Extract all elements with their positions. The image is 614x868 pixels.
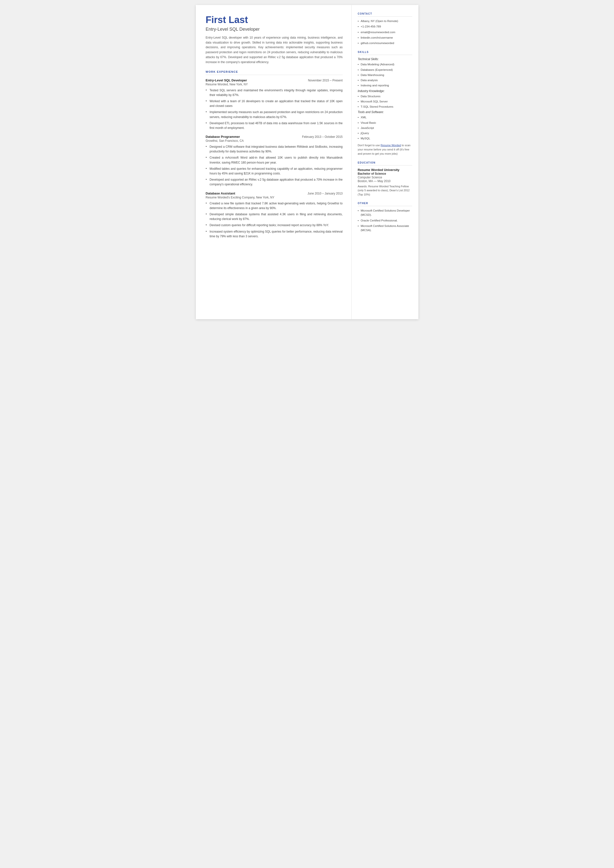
other-list: Microsoft Certified Solutions Developer … xyxy=(358,209,412,232)
contact-email: email@resumeworded.com xyxy=(358,30,412,34)
skill-1: Data Modeling (Advanced) xyxy=(358,62,412,67)
edu-degree: Bachelor of Science xyxy=(358,172,412,175)
skills-section: SKILLS Technical Skills: Data Modeling (… xyxy=(358,51,412,156)
promo-before: Don't forget to use xyxy=(358,144,381,147)
summary-text: Entry-Level SQL developer with 10 years … xyxy=(206,36,343,65)
tool-3: JavaScript xyxy=(358,126,412,130)
bullet-1-4: Developed ETL processes to load 46TB of … xyxy=(206,121,343,130)
tools-software-list: XML Visual Basic JavaScript jQuery MySQL xyxy=(358,115,412,141)
job-title: Entry-Level SQL Developer xyxy=(206,27,343,32)
right-column: CONTACT Albany, NY (Open to Remote) +1-2… xyxy=(352,5,419,319)
job-block-2: Database Programmer February 2013 – Octo… xyxy=(206,135,343,187)
tool-2: Visual Basic xyxy=(358,121,412,125)
industry-knowledge-list: Data Structures Microsoft SQL Server T-S… xyxy=(358,94,412,109)
job-position-3: Database Assistant xyxy=(206,191,235,195)
job-block-3: Database Assistant June 2010 – January 2… xyxy=(206,191,343,239)
bullet-3-2: Developed simple database systems that a… xyxy=(206,212,343,222)
edu-awards: Awards: Resume Worded Teaching Fellow (o… xyxy=(358,184,412,197)
skill-5: Indexing and reporting xyxy=(358,83,412,88)
skill-4: Data analysis xyxy=(358,78,412,82)
contact-section: CONTACT Albany, NY (Open to Remote) +1-2… xyxy=(358,12,412,45)
technical-skills-label: Technical Skills: xyxy=(358,57,412,61)
contact-github: github.com/resumeworded xyxy=(358,41,412,45)
edu-field: Computer Science xyxy=(358,175,412,179)
tool-4: jQuery xyxy=(358,131,412,135)
bullet-2-3: Modified tables and queries for enhanced… xyxy=(206,166,343,176)
contact-location: Albany, NY (Open to Remote) xyxy=(358,19,412,23)
promo-text: Don't forget to use Resume Worded to sca… xyxy=(358,143,412,156)
technical-skills-list: Data Modeling (Advanced) Databases (Expe… xyxy=(358,62,412,88)
bullet-3-3: Devised custom queries for difficult rep… xyxy=(206,223,343,228)
resume-container: First Last Entry-Level SQL Developer Ent… xyxy=(196,5,419,319)
skill-2: Databases (Experienced) xyxy=(358,68,412,72)
job-bullets-3: Created a new file system that tracked 7… xyxy=(206,201,343,239)
bullet-1-3: Implemented security measures such as pa… xyxy=(206,110,343,119)
contact-list: Albany, NY (Open to Remote) +1-234-456-7… xyxy=(358,19,412,45)
industry-3: T-SQL Stored Procedures xyxy=(358,105,412,109)
industry-knowledge-label: Industry Knowledge: xyxy=(358,89,412,93)
bullet-3-1: Created a new file system that tracked 7… xyxy=(206,201,343,211)
other-section: OTHER Microsoft Certified Solutions Deve… xyxy=(358,202,412,232)
work-experience-section-title: WORK EXPERIENCE xyxy=(206,70,343,75)
edu-institution: Resume Worded University xyxy=(358,168,412,172)
contact-linkedin: linkedin.com/in/username xyxy=(358,36,412,40)
bullet-1-2: Worked with a team of 16 developers to c… xyxy=(206,99,343,109)
industry-2: Microsoft SQL Server xyxy=(358,99,412,104)
job-block-1: Entry-Level SQL Developer November 2015 … xyxy=(206,78,343,130)
contact-phone: +1-234-456-789 xyxy=(358,25,412,29)
job-company-3: Resume Worded's Exciting Company, New Yo… xyxy=(206,196,343,199)
left-column: First Last Entry-Level SQL Developer Ent… xyxy=(196,5,352,319)
other-3: Microsoft Certified Solutions Associate … xyxy=(358,224,412,233)
bullet-2-4: Developed and supported an RWec v.2 5g d… xyxy=(206,177,343,187)
candidate-name: First Last xyxy=(206,15,343,25)
job-company-1: Resume Worded, New York, NY xyxy=(206,83,343,86)
bullet-2-1: Designed a CRM software that integrated … xyxy=(206,144,343,154)
other-2: Oracle Certified Professional. xyxy=(358,219,412,223)
edu-location-date: Boston, MA — May 2010 xyxy=(358,179,412,183)
resume-worded-link[interactable]: Resume Worded xyxy=(381,144,401,147)
job-header-1: Entry-Level SQL Developer November 2015 … xyxy=(206,78,343,82)
education-section-title: EDUCATION xyxy=(358,161,412,166)
tools-software-label: Tools and Software: xyxy=(358,110,412,114)
job-position-1: Entry-Level SQL Developer xyxy=(206,78,247,82)
job-dates-1: November 2015 – Present xyxy=(308,79,343,82)
job-header-3: Database Assistant June 2010 – January 2… xyxy=(206,191,343,195)
contact-section-title: CONTACT xyxy=(358,12,412,17)
job-position-2: Database Programmer xyxy=(206,135,240,138)
bullet-3-4: Increased system efficiency by optimizin… xyxy=(206,229,343,239)
other-1: Microsoft Certified Solutions Developer … xyxy=(358,209,412,217)
industry-1: Data Structures xyxy=(358,94,412,98)
job-dates-2: February 2013 – October 2015 xyxy=(302,135,343,138)
job-bullets-2: Designed a CRM software that integrated … xyxy=(206,144,343,187)
tool-5: MySQL xyxy=(358,136,412,141)
education-section: EDUCATION Resume Worded University Bache… xyxy=(358,161,412,197)
job-company-2: Growthsi, San Francisco, CA xyxy=(206,139,343,143)
bullet-2-2: Created a mAcrosoft Word add-in that all… xyxy=(206,155,343,165)
skills-section-title: SKILLS xyxy=(358,51,412,55)
job-header-2: Database Programmer February 2013 – Octo… xyxy=(206,135,343,138)
job-dates-3: June 2010 – January 2013 xyxy=(307,192,343,195)
skill-3: Data Warehousing xyxy=(358,73,412,77)
bullet-1-1: Tested SQL servers and maintained the en… xyxy=(206,88,343,98)
other-section-title: OTHER xyxy=(358,202,412,206)
tool-1: XML xyxy=(358,115,412,120)
job-bullets-1: Tested SQL servers and maintained the en… xyxy=(206,88,343,130)
